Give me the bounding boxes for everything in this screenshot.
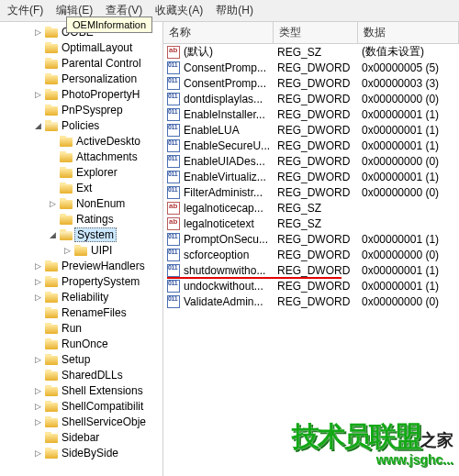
list-row[interactable]: ConsentPromp...REG_DWORD0x00000005 (5) <box>163 60 459 75</box>
folder-icon <box>45 73 58 84</box>
tree-item[interactable]: ▷PhotoPropertyH <box>4 86 162 102</box>
col-header-type[interactable]: 类型 <box>274 22 358 43</box>
dword-value-icon <box>167 108 180 121</box>
dword-value-icon <box>167 280 180 293</box>
tree-item[interactable]: ▷RunOnce <box>4 336 162 351</box>
tree-label: System <box>74 227 117 242</box>
tree-item[interactable]: ▷RenameFiles <box>4 304 162 320</box>
col-header-data[interactable]: 数据 <box>358 22 459 43</box>
folder-icon <box>60 229 73 240</box>
tree-expander-icon[interactable]: ◢ <box>33 120 43 130</box>
list-row[interactable]: FilterAdministr...REG_DWORD0x00000000 (0… <box>163 184 459 200</box>
tree-item[interactable]: ▷Setup <box>4 351 162 367</box>
value-name: undockwithout... <box>184 280 263 293</box>
value-name: ValidateAdmin... <box>184 295 263 308</box>
tree-item[interactable]: ▷Sidebar <box>4 429 162 445</box>
tree-label: Reliability <box>60 291 110 304</box>
tree-item[interactable]: ▷Attachments <box>4 149 162 164</box>
folder-icon <box>45 89 58 100</box>
tree-item[interactable]: ▷PreviewHandlers <box>4 258 162 273</box>
tree-item[interactable]: ◢System <box>4 227 162 242</box>
folder-icon <box>45 370 58 381</box>
list-row[interactable]: EnableInstaller...REG_DWORD0x00000001 (1… <box>163 106 459 122</box>
list-row[interactable]: EnableSecureU...REG_DWORD0x00000001 (1) <box>163 138 459 153</box>
value-name: EnableInstaller... <box>184 108 265 121</box>
tree-item[interactable]: ▷Run <box>4 320 162 336</box>
tree-expander-icon[interactable]: ▷ <box>33 354 43 364</box>
list-row[interactable]: legalnoticecap...REG_SZ <box>163 200 459 216</box>
string-value-icon <box>167 202 180 215</box>
value-name: ConsentPromp... <box>184 61 266 74</box>
tree-label: Sidebar <box>60 431 101 444</box>
list-row[interactable]: shutdownwitho...REG_DWORD0x00000001 (1) <box>163 262 459 278</box>
tree-item[interactable]: ▷SharedDLLs <box>4 367 162 382</box>
tree-label: ShellServiceObje <box>60 415 148 428</box>
dword-value-icon <box>167 93 180 105</box>
list-row[interactable]: legalnoticetextREG_SZ <box>163 216 459 231</box>
list-row[interactable]: ConsentPromp...REG_DWORD0x00000003 (3) <box>163 75 459 91</box>
value-type: REG_DWORD <box>277 171 362 183</box>
menu-help[interactable]: 帮助(H) <box>216 3 253 18</box>
folder-icon <box>45 58 58 69</box>
tree-item[interactable]: ▷SideBySide <box>4 445 162 460</box>
list-row[interactable]: dontdisplaylas...REG_DWORD0x00000000 (0) <box>163 91 459 106</box>
folder-icon <box>60 136 73 147</box>
tree-label: RenameFiles <box>60 306 129 319</box>
col-header-name[interactable]: 名称 <box>163 22 274 43</box>
tree-expander-icon[interactable]: ▷ <box>33 416 43 426</box>
list-row[interactable]: EnableLUAREG_DWORD0x00000001 (1) <box>163 122 459 138</box>
tree-item[interactable]: ▷UIPI <box>4 242 162 258</box>
tree-label: UIPI <box>89 244 114 257</box>
list-row[interactable]: PromptOnSecu...REG_DWORD0x00000001 (1) <box>163 231 459 247</box>
menu-file[interactable]: 文件(F) <box>7 3 43 18</box>
tree-item[interactable]: ◢Policies <box>4 117 162 133</box>
tree-view[interactable]: ▷OOBE▷OptimalLayout▷Parental Control▷Per… <box>0 22 163 476</box>
tree-expander-icon[interactable]: ▷ <box>33 260 43 271</box>
tree-expander-icon[interactable]: ▷ <box>62 245 73 255</box>
tree-item[interactable]: ▷PropertySystem <box>4 273 162 289</box>
tree-item[interactable]: ▷ShellCompatibilit <box>4 398 162 414</box>
list-row[interactable]: ValidateAdmin...REG_DWORD0x00000000 (0) <box>163 293 459 309</box>
tree-item[interactable]: ▷PnPSysprep <box>4 102 162 117</box>
value-name: EnableUIADes... <box>184 155 265 168</box>
tree-item[interactable]: ▷Personalization <box>4 71 162 86</box>
dword-value-icon <box>167 61 180 74</box>
list-body[interactable]: (默认)REG_SZ(数值未设置)ConsentPromp...REG_DWOR… <box>163 44 459 476</box>
tree-item[interactable]: ▷NonEnum <box>4 195 162 211</box>
tree-item[interactable]: ▷ShellServiceObje <box>4 414 162 429</box>
tree-item[interactable]: ▷Explorer <box>4 164 162 180</box>
list-row[interactable]: scforceoptionREG_DWORD0x00000000 (0) <box>163 247 459 262</box>
tree-expander-icon[interactable]: ▷ <box>33 89 43 99</box>
tree-label: Parental Control <box>60 57 143 70</box>
tree-expander-icon[interactable]: ▷ <box>33 276 43 286</box>
tree-expander-icon[interactable]: ▷ <box>48 198 58 208</box>
tree-item[interactable]: ▷OptimalLayout <box>4 39 162 55</box>
dword-value-icon <box>167 77 180 90</box>
string-value-icon <box>167 46 180 59</box>
value-data: 0x00000001 (1) <box>362 171 459 183</box>
list-row[interactable]: EnableUIADes...REG_DWORD0x00000000 (0) <box>163 153 459 169</box>
tree-item[interactable]: ▷Ext <box>4 180 162 195</box>
folder-icon <box>60 151 73 162</box>
menu-fav[interactable]: 收藏夹(A) <box>155 3 203 18</box>
tree-label: PhotoPropertyH <box>60 88 141 101</box>
dword-value-icon <box>167 249 180 261</box>
tree-expander-icon[interactable]: ◢ <box>48 229 58 239</box>
dword-value-icon <box>167 295 180 308</box>
tree-expander-icon[interactable]: ▷ <box>33 448 43 458</box>
folder-icon <box>45 292 58 303</box>
tree-item[interactable]: ▷Ratings <box>4 211 162 227</box>
tree-expander-icon[interactable]: ▷ <box>33 385 43 395</box>
tree-item[interactable]: ▷Parental Control <box>4 55 162 71</box>
list-row[interactable]: undockwithout...REG_DWORD0x00000001 (1) <box>163 278 459 293</box>
tree-item[interactable]: ▷Reliability <box>4 289 162 304</box>
tree-expander-icon[interactable]: ▷ <box>33 27 43 37</box>
tree-item[interactable]: ▷Shell Extensions <box>4 382 162 398</box>
value-data: (数值未设置) <box>362 44 459 60</box>
tree-expander-icon[interactable]: ▷ <box>33 292 43 302</box>
tree-expander-icon[interactable]: ▷ <box>33 401 43 411</box>
list-row[interactable]: (默认)REG_SZ(数值未设置) <box>163 44 459 60</box>
tree-item[interactable]: ▷ActiveDeskto <box>4 133 162 149</box>
value-data: 0x00000001 (1) <box>362 139 459 152</box>
list-row[interactable]: EnableVirtualiz...REG_DWORD0x00000001 (1… <box>163 169 459 184</box>
